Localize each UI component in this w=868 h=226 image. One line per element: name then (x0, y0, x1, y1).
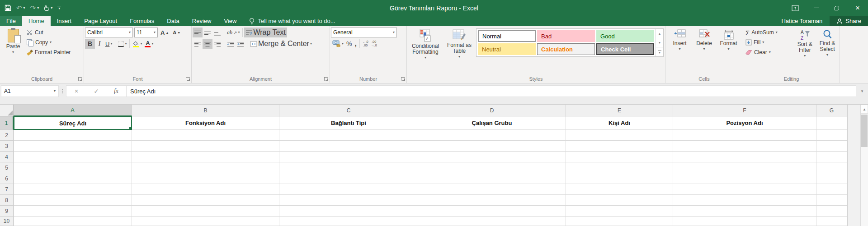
scroll-up-icon[interactable]: ▲ (861, 105, 868, 114)
row-header-9[interactable]: 9 (0, 206, 14, 217)
chevron-down-icon[interactable]: ▾ (24, 6, 25, 10)
share-button[interactable]: Share (830, 16, 868, 26)
cell[interactable] (673, 195, 816, 206)
increase-font-size-button[interactable]: A▲ (159, 28, 170, 37)
cell[interactable] (816, 152, 847, 162)
row-header-7[interactable]: 7 (0, 184, 14, 195)
autosum-button[interactable]: Σ AutoSum ▾ (744, 28, 793, 37)
cell-f1[interactable]: Pozisyon Adı (673, 116, 816, 130)
tab-formulas[interactable]: Formulas (123, 16, 160, 26)
column-header-b[interactable]: B (132, 105, 279, 116)
chevron-down-icon[interactable]: ▾ (425, 56, 426, 60)
merge-center-button[interactable]: Merge & Center ▾ (249, 39, 313, 49)
column-header-f[interactable]: F (673, 105, 816, 116)
cell[interactable] (132, 173, 279, 184)
row-header-4[interactable]: 4 (0, 152, 14, 162)
cell[interactable] (566, 173, 673, 184)
increase-decimal-button[interactable]: ←.0 .00 (361, 39, 370, 49)
dialog-launcher-icon[interactable] (401, 77, 405, 81)
cell[interactable] (418, 130, 566, 141)
cell[interactable] (673, 152, 816, 162)
cell[interactable] (418, 152, 566, 162)
cell[interactable] (279, 173, 418, 184)
cell-g1[interactable] (816, 116, 847, 130)
scrollbar-thumb[interactable] (861, 115, 868, 147)
cell[interactable] (418, 141, 566, 152)
chevron-down-icon[interactable]: ▾ (129, 31, 131, 34)
column-header-c[interactable]: C (279, 105, 418, 116)
cell[interactable] (279, 217, 418, 226)
chevron-down-icon[interactable]: ▾ (727, 47, 729, 51)
font-color-button[interactable]: A ▾ (143, 39, 155, 49)
font-size-combo[interactable]: 11▾ (134, 28, 158, 37)
undo-button[interactable]: ↶▾ (16, 5, 25, 11)
cell[interactable] (14, 162, 132, 173)
cell[interactable] (816, 173, 847, 184)
style-calculation[interactable]: Calculation (537, 43, 595, 55)
cell[interactable] (14, 130, 132, 141)
cell[interactable] (566, 217, 673, 226)
borders-button[interactable]: ▾ (117, 39, 128, 49)
cell[interactable] (673, 217, 816, 226)
cell[interactable] (279, 130, 418, 141)
cell[interactable] (14, 152, 132, 162)
style-bad[interactable]: Bad (537, 30, 595, 42)
insert-function-icon[interactable]: fx (106, 86, 126, 97)
cell-e1[interactable]: Kişi Adı (566, 116, 673, 130)
font-name-combo[interactable]: Calibri▾ (85, 28, 133, 37)
cell[interactable] (673, 173, 816, 184)
gallery-more-icon[interactable]: ▼ (656, 47, 663, 56)
chevron-down-icon[interactable]: ▾ (125, 42, 127, 46)
cell[interactable] (418, 195, 566, 206)
cell[interactable] (566, 184, 673, 195)
user-name[interactable]: Hatice Toraman (781, 16, 822, 26)
align-left-button[interactable] (193, 39, 203, 49)
clear-button[interactable]: Clear ▾ (744, 47, 793, 57)
column-header-a[interactable]: A (14, 105, 132, 116)
format-as-table-button[interactable]: Format as Table ▾ (443, 28, 476, 59)
decrease-indent-button[interactable] (226, 39, 236, 49)
cell[interactable] (279, 141, 418, 152)
cell-b1[interactable]: Fonksiyon Adı (132, 116, 279, 130)
tab-file[interactable]: File (0, 16, 22, 26)
chevron-down-icon[interactable]: ▾ (310, 42, 312, 46)
gallery-scroll-down-icon[interactable]: ▼ (656, 38, 663, 47)
enter-check-icon[interactable]: ✓ (86, 86, 106, 97)
row-header-2[interactable]: 2 (0, 130, 14, 141)
orientation-button[interactable]: ab↗▾ (226, 28, 241, 37)
tab-insert[interactable]: Insert (51, 16, 78, 26)
delete-cells-button[interactable]: Delete ▾ (693, 28, 716, 51)
cell[interactable] (816, 195, 847, 206)
column-header-e[interactable]: E (566, 105, 673, 116)
cell[interactable] (566, 195, 673, 206)
cell[interactable] (132, 130, 279, 141)
chevron-down-icon[interactable]: ▾ (703, 47, 705, 51)
cell[interactable] (566, 206, 673, 217)
close-button[interactable]: × (847, 0, 868, 16)
find-select-button[interactable]: Find & Select ▾ (816, 28, 839, 57)
ribbon-display-options-icon[interactable] (785, 0, 806, 16)
chevron-down-icon[interactable]: ▾ (54, 89, 56, 93)
top-align-button[interactable] (193, 28, 203, 37)
cancel-icon[interactable]: × (66, 86, 86, 97)
dialog-launcher-icon[interactable] (186, 77, 190, 81)
cell[interactable] (673, 184, 816, 195)
cell[interactable] (816, 217, 847, 226)
cell[interactable] (279, 162, 418, 173)
bold-button[interactable]: B (85, 39, 95, 49)
chevron-down-icon[interactable]: ▾ (769, 51, 771, 54)
increase-indent-button[interactable] (236, 39, 245, 49)
chevron-down-icon[interactable]: ▾ (238, 31, 240, 34)
chevron-down-icon[interactable]: ▾ (50, 41, 52, 44)
cell[interactable] (816, 206, 847, 217)
gallery-scroll-up-icon[interactable]: ▲ (656, 29, 663, 38)
tell-me-box[interactable]: Tell me what you want to do... (249, 16, 335, 26)
wrap-text-button[interactable]: Wrap Text (244, 28, 287, 37)
cell[interactable] (816, 162, 847, 173)
center-button[interactable] (203, 39, 212, 49)
chevron-down-icon[interactable]: ▾ (151, 42, 153, 46)
column-header-g[interactable]: G (816, 105, 847, 116)
cell[interactable] (418, 206, 566, 217)
chevron-down-icon[interactable]: ▾ (51, 6, 52, 10)
tab-page-layout[interactable]: Page Layout (78, 16, 123, 26)
